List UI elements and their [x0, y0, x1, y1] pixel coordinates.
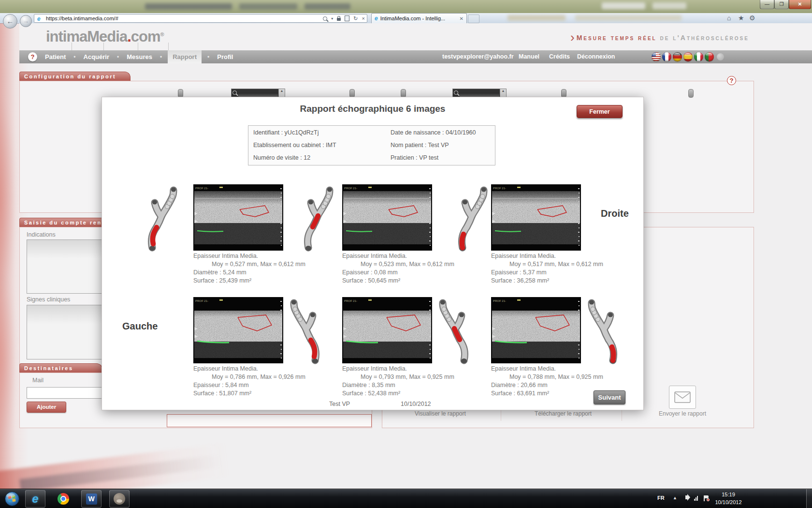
- nav-separator: •: [117, 54, 119, 60]
- main-nav: ? Patient • Acquérir • Mesures • Rapport…: [19, 50, 812, 63]
- show-desktop-button[interactable]: [806, 489, 812, 508]
- measurement-surface: Surface : 50,645 mm²: [342, 277, 449, 285]
- new-tab-button[interactable]: [468, 15, 479, 23]
- nav-help-icon[interactable]: ?: [28, 52, 37, 61]
- ultrasound-image[interactable]: [342, 297, 432, 363]
- tray-expand-icon[interactable]: ▲: [673, 495, 677, 500]
- taskbar-ie-icon[interactable]: e: [25, 490, 45, 508]
- flag-fr-icon[interactable]: [662, 52, 671, 61]
- ultrasound-image[interactable]: [491, 184, 581, 251]
- taskbar-word-icon[interactable]: W: [81, 490, 102, 508]
- tools-gear-icon[interactable]: ⚙: [749, 15, 755, 22]
- address-bar[interactable]: e https://beta.intimamedia.com/# ▾ ↻ ×: [34, 14, 367, 23]
- nav-tick: [72, 43, 72, 50]
- blurred-background-window: [652, 2, 686, 9]
- suivant-button[interactable]: Suivant: [594, 390, 625, 404]
- measurement-block: Epaisseur Intima Media. Moy = 0,527 mm, …: [193, 252, 300, 285]
- measurement-dim: Diamètre : 5,24 mm: [193, 269, 300, 277]
- user-email: testvpexplorer@yahoo.fr: [442, 50, 514, 63]
- nav-item-rapport[interactable]: Rapport: [168, 50, 202, 63]
- ultrasound-image[interactable]: [193, 297, 283, 363]
- back-button[interactable]: ←: [3, 14, 17, 29]
- forward-button[interactable]: →: [20, 15, 32, 27]
- footer-date: 10/10/2012: [401, 401, 431, 407]
- start-button[interactable]: [2, 490, 22, 508]
- flag-es-icon[interactable]: [683, 52, 693, 61]
- magnifier-icon[interactable]: [232, 90, 237, 95]
- gauche-label: Gauche: [122, 321, 158, 332]
- measurement-block: Epaisseur Intima Media. Moy = 0,788 mm, …: [491, 365, 597, 398]
- language-indicator[interactable]: FR: [657, 495, 665, 501]
- fermer-button[interactable]: Fermer: [577, 105, 623, 118]
- ajouter-button[interactable]: Ajouter: [27, 402, 66, 413]
- taskbar-gimp-icon[interactable]: [109, 490, 130, 508]
- windows-orb-icon: [4, 491, 20, 507]
- blurred-background-title: [239, 3, 297, 10]
- stop-icon[interactable]: ×: [362, 15, 365, 21]
- patient-naissance: Date de naissance : 04/10/1960: [391, 129, 476, 136]
- tab-close-icon[interactable]: ✕: [460, 16, 464, 21]
- report-modal: Rapport échographique 6 images Fermer Id…: [102, 97, 644, 410]
- search-icon[interactable]: [323, 16, 327, 21]
- ultrasound-image[interactable]: [342, 184, 432, 251]
- visualiser-rapport-action[interactable]: Visualiser le rapport: [415, 410, 466, 417]
- flag-pt-icon[interactable]: [705, 52, 714, 61]
- nav-tick: [103, 43, 104, 50]
- flag-it-icon[interactable]: [694, 52, 703, 61]
- probe-icon[interactable]: [688, 89, 694, 98]
- logo-dot: .: [127, 28, 131, 45]
- home-icon[interactable]: ⌂: [727, 15, 731, 22]
- nav-item-manuel[interactable]: Manuel: [519, 50, 539, 63]
- flag-us-icon[interactable]: [652, 52, 661, 61]
- chevron-icon: ›: [570, 30, 575, 45]
- measurement-title: Epaisseur Intima Media.: [491, 252, 597, 260]
- globe-icon[interactable]: [717, 53, 724, 60]
- droite-label: Droite: [601, 208, 629, 219]
- measurement-moy-max: Moy = 0,793 mm, Max = 0,925 mm: [342, 373, 449, 381]
- tab-title[interactable]: IntimaMedia.com - Intellig...: [380, 15, 457, 21]
- close-button[interactable]: ✕: [789, 0, 811, 9]
- network-icon[interactable]: [694, 496, 698, 501]
- magnifier-icon[interactable]: [454, 90, 458, 95]
- measurement-title: Epaisseur Intima Media.: [342, 365, 449, 373]
- nav-item-patient[interactable]: Patient: [43, 50, 68, 63]
- nav-item-credits[interactable]: Crédits: [549, 50, 570, 63]
- url-text[interactable]: https://beta.intimamedia.com/#: [46, 15, 118, 21]
- ie-favicon: e: [37, 15, 41, 22]
- blurred-background-window: [602, 2, 645, 9]
- flag-de-icon[interactable]: [673, 52, 682, 61]
- measurement-title: Epaisseur Intima Media.: [193, 365, 300, 373]
- measurement-title: Epaisseur Intima Media.: [342, 252, 449, 260]
- ultrasound-image[interactable]: [491, 297, 581, 363]
- envoyer-rapport-button[interactable]: [669, 386, 696, 409]
- blurred-background-menu: [508, 15, 566, 21]
- volume-icon[interactable]: [682, 495, 688, 499]
- ultrasound-image[interactable]: [193, 184, 283, 251]
- nav-item-deconnexion[interactable]: Déconnexion: [577, 50, 615, 63]
- page-help-icon[interactable]: ?: [727, 76, 736, 85]
- browser-tab[interactable]: e IntimaMedia.com - Intellig... ✕: [371, 13, 467, 23]
- search-dropdown-icon[interactable]: ▾: [331, 16, 333, 21]
- measurement-moy-max: Moy = 0,788 mm, Max = 0,925 mm: [491, 373, 597, 381]
- taskbar-chrome-icon[interactable]: [53, 490, 73, 508]
- compatibility-view-icon[interactable]: [345, 15, 349, 21]
- nav-item-acquerir[interactable]: Acquérir: [82, 50, 111, 63]
- recipients-list-box[interactable]: [167, 414, 372, 427]
- indications-label: Indications: [27, 231, 56, 238]
- telecharger-rapport-action[interactable]: Télécharger le rapport: [535, 410, 592, 417]
- artery-diagram: [290, 298, 322, 364]
- taskbar-clock[interactable]: 15:19 10/10/2012: [707, 491, 750, 506]
- favorites-star-icon[interactable]: ★: [738, 15, 744, 22]
- modal-title: Rapport échographique 6 images: [102, 104, 643, 114]
- envoyer-rapport-action[interactable]: Envoyer le rapport: [659, 410, 706, 417]
- nav-item-profil[interactable]: Profil: [215, 50, 235, 63]
- restore-button[interactable]: ❐: [774, 0, 789, 9]
- artery-diagram: [145, 185, 177, 252]
- footer-patient-name: Test VP: [329, 401, 350, 407]
- tagline-gray: de l'Athérosclérose: [660, 34, 749, 42]
- blurred-background-menu: [575, 15, 682, 21]
- refresh-icon[interactable]: ↻: [353, 15, 358, 22]
- minimize-button[interactable]: —: [760, 0, 774, 9]
- measurement-surface: Surface : 63,691 mm²: [491, 389, 597, 398]
- nav-item-mesures[interactable]: Mesures: [125, 50, 154, 63]
